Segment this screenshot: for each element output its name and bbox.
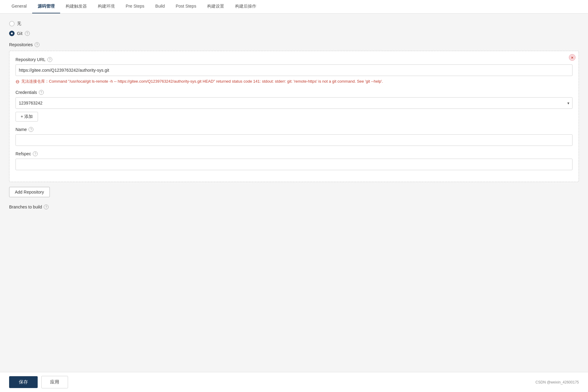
branches-help-icon[interactable]: ? — [44, 205, 49, 209]
refspec-input[interactable] — [15, 159, 573, 170]
error-icon: ⊖ — [15, 79, 19, 84]
remove-repository-button[interactable]: × — [569, 54, 576, 61]
repository-url-help-icon[interactable]: ? — [47, 57, 52, 62]
repository-container: × Repository URL ? ⊖ 无法连接仓库：Command "/us… — [9, 51, 579, 182]
radio-git-circle — [9, 31, 15, 36]
credentials-group: Credentials ? 1239763242- 无 - ▾ + 添加 — [15, 90, 573, 122]
radio-none[interactable]: 无 — [9, 21, 579, 26]
tab-general[interactable]: General — [6, 0, 32, 13]
repositories-label-row: Repositories ? — [9, 42, 579, 47]
refspec-help-icon[interactable]: ? — [33, 151, 38, 156]
tab-post-build[interactable]: 构建后操作 — [230, 0, 262, 13]
radio-none-circle — [9, 21, 15, 26]
tab-build-settings[interactable]: 构建设置 — [202, 0, 230, 13]
branches-label-row: Branches to build ? — [9, 205, 579, 209]
source-type-radio-group: 无 Git ? — [9, 21, 579, 36]
radio-git[interactable]: Git ? — [9, 31, 579, 36]
tab-build[interactable]: Build — [150, 0, 170, 13]
repositories-label: Repositories — [9, 42, 33, 47]
radio-none-label: 无 — [17, 21, 21, 26]
add-credentials-button[interactable]: + 添加 — [15, 112, 38, 122]
tab-build-trigger[interactable]: 构建触发器 — [60, 0, 92, 13]
main-content: 无 Git ? Repositories ? × Repository URL … — [0, 14, 588, 372]
tab-post-steps[interactable]: Post Steps — [170, 0, 202, 13]
credentials-help-icon[interactable]: ? — [39, 90, 44, 95]
refspec-label: Refspec — [15, 151, 31, 156]
repository-url-label: Repository URL — [15, 57, 46, 62]
credentials-label: Credentials — [15, 90, 37, 95]
name-group: Name ? — [15, 127, 573, 146]
tab-bar: General源码管理构建触发器构建环境Pre StepsBuildPost S… — [0, 0, 588, 14]
tab-pre-steps[interactable]: Pre Steps — [120, 0, 150, 13]
error-text: 无法连接仓库：Command "/usr/local/git ls-remote… — [21, 78, 383, 84]
refspec-label-row: Refspec ? — [15, 151, 573, 156]
name-label-row: Name ? — [15, 127, 573, 132]
tab-build-env[interactable]: 构建环境 — [92, 0, 120, 13]
name-help-icon[interactable]: ? — [29, 127, 33, 132]
repository-url-input[interactable] — [15, 64, 573, 76]
git-help-icon[interactable]: ? — [25, 31, 30, 36]
credentials-select[interactable]: 1239763242- 无 - — [15, 97, 573, 109]
error-block: ⊖ 无法连接仓库：Command "/usr/local/git ls-remo… — [15, 78, 573, 84]
credentials-label-row: Credentials ? — [15, 90, 573, 95]
bottom-bar: 保存 应用 CSDN @weixin_42600175 — [0, 372, 588, 372]
branches-to-build-section: Branches to build ? — [9, 205, 579, 209]
repository-url-group: Repository URL ? ⊖ 无法连接仓库：Command "/usr/… — [15, 57, 573, 84]
branches-to-build-label: Branches to build — [9, 205, 42, 209]
refspec-group: Refspec ? — [15, 151, 573, 170]
repositories-help-icon[interactable]: ? — [35, 42, 39, 47]
add-repository-button[interactable]: Add Repository — [9, 187, 50, 197]
repository-url-label-row: Repository URL ? — [15, 57, 573, 62]
tab-source-management[interactable]: 源码管理 — [32, 0, 60, 13]
credentials-select-wrapper: 1239763242- 无 - ▾ — [15, 97, 573, 109]
name-label: Name — [15, 127, 27, 132]
radio-git-label: Git — [17, 31, 22, 36]
name-input[interactable] — [15, 134, 573, 146]
